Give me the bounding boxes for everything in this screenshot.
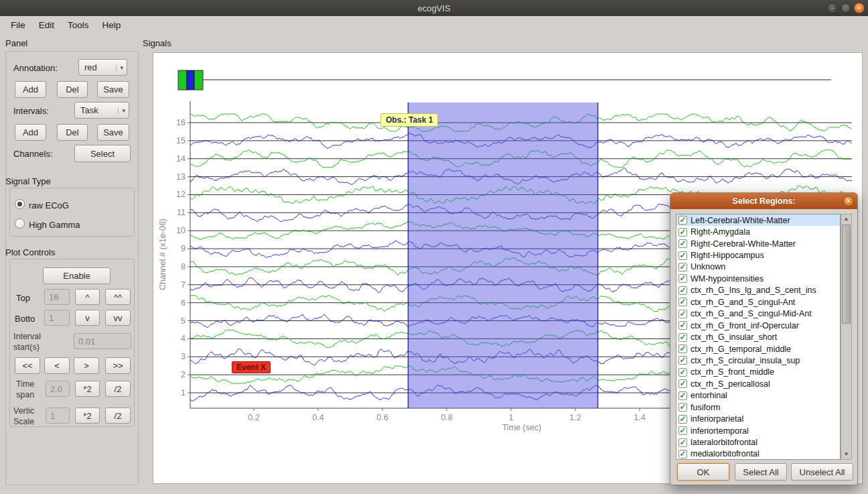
region-row[interactable]: ✓ctx_rh_S_circular_insula_sup [676, 355, 840, 366]
region-row[interactable]: ✓Right-Cerebral-White-Matter [676, 238, 840, 249]
region-row[interactable]: ✓ctx_rh_S_pericallosal [676, 378, 840, 389]
maximize-icon[interactable]: □ [841, 3, 851, 13]
page-forward-button[interactable]: >> [105, 357, 131, 374]
region-checkbox[interactable]: ✓ [678, 251, 687, 260]
timeline-window[interactable] [178, 70, 187, 90]
top-field[interactable]: 16 [44, 289, 70, 305]
menu-tools[interactable]: Tools [61, 18, 96, 32]
time-span-field[interactable]: 2.0 [46, 381, 70, 397]
intervals-combo[interactable]: Task ▾ [74, 102, 129, 119]
region-row[interactable]: ✓fusiform [676, 402, 840, 413]
channel-down-button[interactable]: v [75, 310, 100, 326]
menu-file[interactable]: File [4, 18, 32, 32]
close-icon[interactable]: × [854, 3, 865, 13]
region-row[interactable]: ✓medialorbitofrontal [676, 448, 840, 460]
region-checkbox[interactable]: ✓ [678, 356, 687, 365]
region-row[interactable]: ✓ctx_rh_G_insular_short [676, 331, 840, 343]
x-tick-label: 1.2 [569, 413, 581, 422]
region-checkbox[interactable]: ✓ [678, 438, 687, 447]
annotation-combo[interactable]: red ▾ [78, 59, 127, 76]
plot-controls-title: Plot Controls [5, 247, 55, 257]
region-row[interactable]: ✓entorhinal [676, 390, 840, 402]
intervals-del-button[interactable]: Del [57, 124, 88, 141]
region-checkbox[interactable]: ✓ [678, 239, 687, 248]
interval-start-field[interactable]: 0.01 [74, 333, 131, 349]
region-checkbox[interactable]: ✓ [678, 286, 687, 295]
annotation-del-button[interactable]: Del [57, 81, 88, 98]
page-back-button[interactable]: << [15, 357, 40, 374]
vertical-scale-field[interactable]: 1 [46, 408, 70, 424]
timeline-window[interactable] [187, 70, 194, 90]
y-tick-label: 6 [181, 298, 186, 308]
region-row[interactable]: ✓ctx_rh_S_front_middle [676, 367, 840, 378]
intervals-add-button[interactable]: Add [15, 124, 46, 141]
region-checkbox[interactable]: ✓ [678, 368, 687, 377]
vertical-scale-double-button[interactable]: *2 [75, 408, 100, 424]
scroll-up-icon[interactable]: ▲ [841, 214, 851, 224]
region-row[interactable]: ✓ctx_rh_G_and_S_cingul-Ant [676, 296, 840, 308]
region-checkbox[interactable]: ✓ [678, 426, 687, 435]
ok-button[interactable]: OK [677, 463, 729, 481]
channel-up-page-button[interactable]: ^^ [105, 289, 131, 305]
region-row[interactable]: ✓Unknown [676, 261, 840, 273]
dialog-title-bar[interactable]: Select Regions: × [670, 193, 857, 209]
x-axis-label: Time (sec) [468, 423, 575, 432]
vertical-scale-half-button[interactable]: /2 [105, 408, 131, 424]
unselect-all-button[interactable]: Unselect All [791, 463, 853, 481]
region-checkbox[interactable]: ✓ [678, 321, 687, 330]
channel-up-button[interactable]: ^ [75, 289, 100, 305]
high-gamma-radio[interactable] [15, 219, 25, 229]
bottom-field[interactable]: 1 [44, 310, 70, 326]
dialog-close-icon[interactable]: × [843, 196, 854, 206]
interval-selection-region[interactable] [408, 103, 597, 408]
channels-select-button[interactable]: Select [74, 145, 131, 162]
region-row[interactable]: ✓Right-Hippocampus [676, 249, 840, 261]
enable-button[interactable]: Enable [43, 267, 111, 284]
time-span-double-button[interactable]: *2 [75, 381, 100, 397]
step-forward-button[interactable]: > [74, 357, 99, 374]
region-row[interactable]: ✓Right-Amygdala [676, 226, 840, 237]
region-checkbox[interactable]: ✓ [678, 333, 687, 342]
region-checkbox[interactable]: ✓ [678, 391, 687, 400]
region-row[interactable]: ✓WM-hypointensities [676, 273, 840, 284]
region-checkbox[interactable]: ✓ [678, 274, 687, 283]
annotation-add-button[interactable]: Add [15, 81, 46, 98]
region-row[interactable]: ✓ctx_rh_G_temporal_middle [676, 343, 840, 355]
region-row[interactable]: ✓inferiortemporal [676, 425, 840, 436]
scroll-down-icon[interactable]: ▼ [841, 450, 851, 459]
time-span-label-line1: Time [16, 379, 34, 389]
annotation-save-button[interactable]: Save [97, 81, 129, 98]
region-checkbox[interactable]: ✓ [678, 403, 687, 412]
region-label: Right-Amygdala [691, 227, 750, 237]
region-checkbox[interactable]: ✓ [678, 345, 687, 353]
region-checkbox[interactable]: ✓ [678, 263, 687, 271]
region-checkbox[interactable]: ✓ [678, 450, 687, 458]
channel-down-page-button[interactable]: vv [105, 310, 131, 326]
intervals-save-button[interactable]: Save [97, 124, 129, 141]
region-checkbox[interactable]: ✓ [678, 415, 687, 424]
step-back-button[interactable]: < [44, 357, 70, 374]
region-checkbox[interactable]: ✓ [678, 228, 687, 237]
region-checkbox[interactable]: ✓ [678, 216, 687, 225]
region-row[interactable]: ✓ctx_rh_G_and_S_cingul-Mid-Ant [676, 308, 840, 320]
minimize-icon[interactable]: − [827, 3, 838, 13]
region-list-scrollbar[interactable]: ▲ ▼ [841, 214, 852, 460]
raw-ecog-radio[interactable] [15, 199, 25, 209]
region-checkbox[interactable]: ✓ [678, 310, 687, 318]
select-all-button[interactable]: Select All [735, 463, 787, 481]
region-list[interactable]: ✓Left-Cerebral-White-Matter✓Right-Amygda… [676, 214, 841, 460]
interval-tooltip: Obs.: Task 1 [380, 113, 438, 127]
menu-help[interactable]: Help [96, 18, 128, 32]
time-span-half-button[interactable]: /2 [105, 381, 131, 397]
region-checkbox[interactable]: ✓ [678, 298, 687, 306]
region-row[interactable]: ✓lateralorbitofrontal [676, 436, 840, 448]
region-row[interactable]: ✓Left-Cerebral-White-Matter [676, 214, 840, 226]
region-checkbox[interactable]: ✓ [678, 379, 687, 388]
timeline-window[interactable] [194, 70, 203, 90]
region-row[interactable]: ✓ctx_rh_G_front_inf-Opercular [676, 320, 840, 331]
event-marker[interactable]: Event X [232, 361, 271, 373]
menu-edit[interactable]: Edit [32, 18, 61, 32]
scrollbar-thumb[interactable] [842, 225, 851, 324]
region-row[interactable]: ✓inferiorparietal [676, 413, 840, 424]
region-row[interactable]: ✓ctx_rh_G_Ins_lg_and_S_cent_ins [676, 285, 840, 296]
